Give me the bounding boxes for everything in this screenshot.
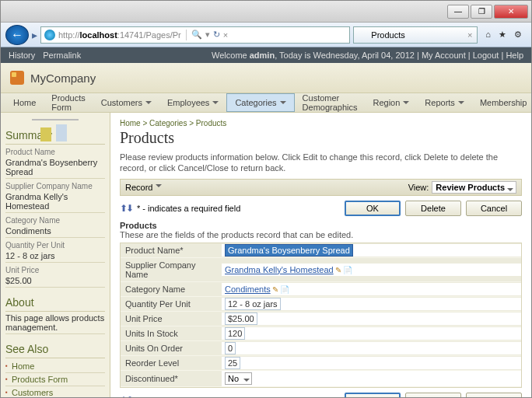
favorites-icon[interactable]: ★ (499, 30, 506, 40)
logout-link[interactable]: Logout (473, 51, 499, 60)
tab-close-icon[interactable]: × (467, 30, 472, 40)
summary-value: $25.00 (5, 276, 105, 288)
seealso-link[interactable]: Products Form (5, 373, 105, 386)
settings-icon[interactable]: ⚙ (514, 30, 522, 40)
maximize-button[interactable]: ❐ (471, 5, 492, 19)
chevron-down-icon (243, 379, 250, 385)
record-toolbar: Record View: Review Products (120, 179, 522, 196)
menu-employees[interactable]: Employees (159, 93, 226, 112)
menu-home[interactable]: Home (5, 93, 44, 112)
seealso-link[interactable]: Customers (5, 386, 105, 398)
forward-button[interactable]: ▸ (32, 29, 37, 41)
chevron-down-icon (507, 188, 513, 194)
menu-categories[interactable]: Categories (226, 93, 294, 112)
edit-form: Product Name*Grandma's Boysenberry Sprea… (120, 243, 522, 388)
summary-label: Supplier Company Name (5, 182, 105, 190)
chevron-down-icon (145, 101, 152, 107)
tab-icon (359, 30, 368, 40)
menu-region[interactable]: Region (365, 93, 417, 112)
sidebar: Summary Product Name Grandma's Boysenber… (1, 113, 110, 398)
window-titlebar: — ❐ ✕ (1, 1, 531, 23)
page-title: Products (120, 129, 522, 147)
cancel-button[interactable]: Cancel (466, 201, 522, 216)
site-icon (44, 30, 55, 40)
reorder-input[interactable]: 25 (225, 357, 240, 369)
menu-reports[interactable]: Reports (417, 93, 472, 112)
field-label: Reorder Level (121, 356, 222, 370)
about-heading: About (5, 294, 105, 312)
summary-value: Condiments (5, 226, 105, 238)
chevron-down-icon (458, 101, 464, 107)
nav-arrows-icon[interactable]: ⬆⬇ (120, 395, 132, 398)
app-statusbar: History Permalink Welcome admin, Today i… (1, 47, 531, 63)
price-input[interactable]: $25.00 (225, 312, 257, 325)
summary-label: Product Name (5, 148, 105, 156)
chevron-down-icon (403, 101, 409, 107)
required-hint: * - indicates a required field (137, 204, 240, 213)
view-selector[interactable]: Review Products (432, 181, 516, 194)
supplier-link[interactable]: Grandma Kelly's Homestead (225, 265, 334, 274)
menu-customers[interactable]: Customers (93, 93, 159, 112)
qpu-input[interactable]: 12 - 8 oz jars (225, 298, 281, 310)
record-menu[interactable]: Record (125, 182, 162, 192)
cancel-button[interactable]: Cancel (466, 393, 522, 398)
field-label: Product Name* (121, 243, 222, 257)
new-icon[interactable]: 📄 (280, 285, 289, 294)
company-logo-icon (10, 71, 24, 85)
breadcrumb[interactable]: Home > Categories > Products (120, 119, 522, 127)
new-icon[interactable]: 📄 (343, 266, 352, 274)
preview-icon (32, 119, 79, 120)
menu-products-form[interactable]: Products Form (44, 93, 93, 112)
delete-button[interactable]: Delete (405, 393, 461, 398)
stock-input[interactable]: 120 (225, 327, 245, 340)
url-prefix: http://localhost:14741/Pages/Pr (58, 30, 181, 40)
browser-tab[interactable]: Products × (353, 26, 478, 44)
chevron-down-icon (212, 101, 219, 107)
help-link[interactable]: Help (506, 51, 523, 60)
ok-button[interactable]: OK (345, 201, 401, 216)
instructions: Please review products information below… (120, 152, 522, 174)
home-icon[interactable]: ⌂ (485, 30, 491, 40)
back-button[interactable]: ← (5, 25, 29, 45)
field-label: Units On Order (121, 341, 222, 355)
history-link[interactable]: History (9, 51, 35, 60)
menu-customer-demographics[interactable]: Customer Demographics (295, 93, 366, 112)
main-panel: Home > Categories > Products Products Pl… (110, 113, 531, 398)
address-bar[interactable]: http://localhost:14741/Pages/Pr 🔍 ▾ ↻ × (40, 26, 350, 44)
product-name-input[interactable]: Grandma's Boysenberry Spread (225, 244, 353, 257)
field-label: Category Name (121, 282, 222, 296)
ok-button[interactable]: OK (345, 393, 401, 398)
permalink-link[interactable]: Permalink (43, 51, 81, 60)
close-button[interactable]: ✕ (494, 5, 528, 19)
refresh-icon[interactable]: ↻ (213, 30, 220, 40)
nav-arrows-icon[interactable]: ⬆⬇ (120, 203, 132, 214)
company-name: MyCompany (30, 72, 96, 85)
summary-value: Grandma's Boysenberry Spread (5, 158, 105, 179)
discontinued-select[interactable]: No (225, 372, 252, 385)
category-link[interactable]: Condiments (225, 285, 271, 294)
minimize-button[interactable]: — (447, 5, 469, 19)
summary-label: Unit Price (5, 266, 105, 274)
order-input[interactable]: 0 (225, 342, 236, 354)
main-menu: Home Products Form Customers Employees C… (1, 93, 531, 113)
chevron-down-icon (156, 184, 162, 190)
field-label: Unit Price (121, 312, 222, 326)
summary-label: Category Name (5, 216, 105, 225)
stop-icon[interactable]: × (223, 30, 228, 40)
edit-icon[interactable]: ✎ (335, 266, 341, 274)
my-account-link[interactable]: My Account (422, 51, 466, 60)
view-label: View: (408, 183, 429, 192)
delete-button[interactable]: Delete (405, 201, 461, 216)
section-subtitle: These are the fields of the products rec… (120, 230, 522, 239)
field-label: Supplier Company Name (121, 258, 222, 281)
seealso-link[interactable]: Home (5, 360, 105, 373)
menu-membership[interactable]: Membership (472, 93, 532, 112)
summary-label: Quantity Per Unit (5, 241, 105, 250)
required-hint: * - indicates a required field (137, 396, 240, 398)
field-label: Quantity Per Unit (121, 297, 222, 311)
chevron-down-icon (280, 101, 286, 107)
edit-icon[interactable]: ✎ (272, 285, 278, 294)
section-title: Products (120, 221, 522, 230)
search-icon[interactable]: 🔍 (191, 30, 202, 40)
app-header: MyCompany (1, 63, 531, 93)
